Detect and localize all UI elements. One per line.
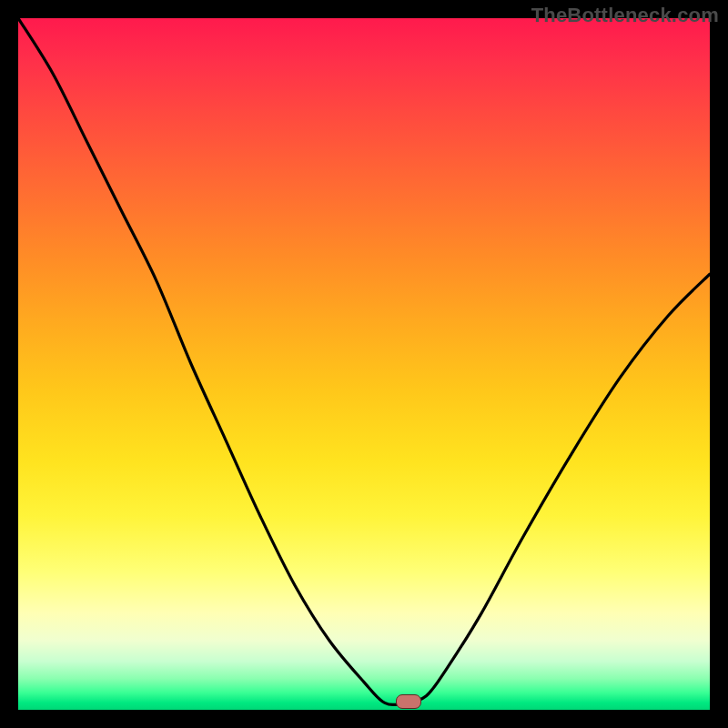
- plot-area: [18, 18, 710, 710]
- minimum-marker: [396, 694, 421, 709]
- bottleneck-curve: [18, 18, 710, 710]
- watermark-label: TheBottleneck.com: [531, 4, 719, 27]
- chart-frame: TheBottleneck.com: [0, 0, 728, 728]
